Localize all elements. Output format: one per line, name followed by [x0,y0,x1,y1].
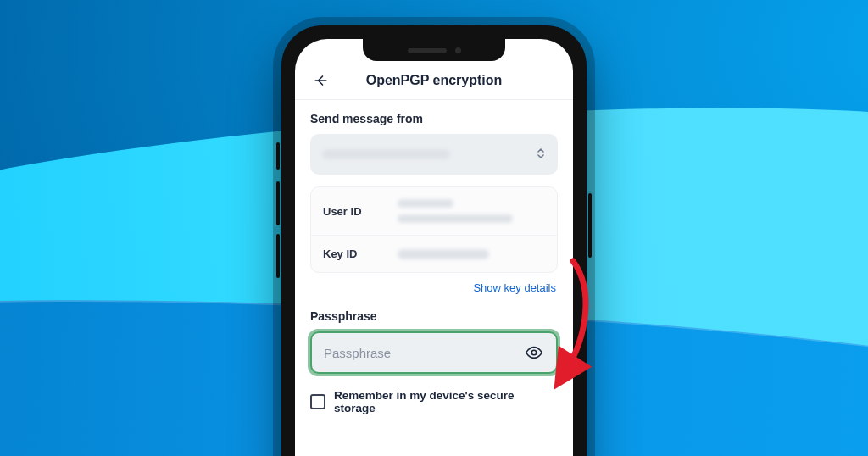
back-button[interactable] [305,61,336,99]
remember-label: Remember in my device's secure storage [334,389,558,414]
key-info-row: Key ID [311,235,557,272]
arrow-left-icon [312,72,329,89]
phone-side-button [276,142,280,170]
remember-row: Remember in my device's secure storage [310,389,558,414]
redacted-value [322,149,450,159]
chevron-up-down-icon [536,147,546,162]
phone-side-button [276,234,280,278]
phone-frame: OpenPGP encryption Send message from [281,25,587,456]
remember-checkbox[interactable] [310,394,326,409]
passphrase-field-container [310,331,558,374]
user-id-label: User ID [323,205,386,218]
phone-speaker [408,48,447,53]
key-id-label: Key ID [323,247,386,260]
redacted-value [398,199,453,208]
key-info-card: User ID Key ID [310,186,558,273]
svg-point-0 [531,350,537,355]
from-label: Send message from [310,112,558,125]
page-title: OpenPGP encryption [366,73,503,88]
redacted-value [398,214,513,223]
toggle-password-visibility-button[interactable] [519,331,549,374]
phone-side-button [276,181,280,225]
from-account-select[interactable] [310,134,558,175]
eye-icon [525,343,543,362]
app-topbar: OpenPGP encryption [295,61,573,100]
phone-notch [363,39,505,61]
phone-camera [455,47,461,53]
redacted-value [398,249,489,259]
phone-screen: OpenPGP encryption Send message from [295,39,573,456]
phone-side-button [588,193,592,258]
key-info-row: User ID [311,187,557,235]
passphrase-label: Passphrase [310,309,558,323]
show-key-details-link[interactable]: Show key details [473,281,556,294]
